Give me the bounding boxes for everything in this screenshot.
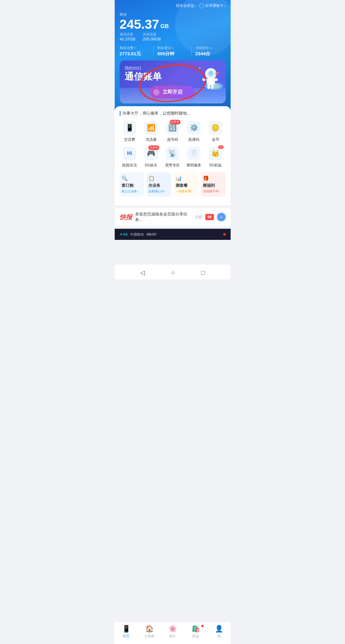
service-label-5gent: 5G娱乐 bbox=[145, 163, 157, 168]
order-title: 查订购 bbox=[121, 183, 134, 188]
talk-stat[interactable]: 剩余通话 > 600分钟 bbox=[157, 46, 188, 57]
service-icon-wrap-recharge: 📱 bbox=[122, 120, 137, 135]
number-badge: 话费券 bbox=[170, 120, 181, 124]
svg-rect-9 bbox=[211, 85, 214, 89]
biz-icon: 📋 bbox=[148, 175, 155, 181]
quick-actions: 🔍 查订购 查已订业务› 📋 办业务 业务随心办› 📊 测套餐 一键换套餐› 🎁… bbox=[120, 172, 226, 197]
talk-value: 600分钟 bbox=[157, 51, 188, 57]
other-traffic-value: 205.00GB bbox=[143, 37, 161, 41]
service-5g-ent[interactable]: 🎮 流量券 5G娱乐 bbox=[141, 146, 161, 168]
service-transparent[interactable]: 🦷 透明服务 bbox=[184, 146, 204, 168]
shake-sub: 活动摇不停› bbox=[203, 189, 219, 194]
news-text[interactable]: 恭喜您完成移友会页面分享任务... bbox=[135, 211, 192, 223]
ad-5g-badge: ✦ 5G bbox=[120, 232, 128, 236]
service-label-ctcode: 昌通码 bbox=[188, 137, 199, 142]
banner-year-text: 我的2021 bbox=[125, 65, 221, 71]
usage-section: 剩余 245.37 GB 通用流量 40.37GB 其他流量 205.00GB bbox=[120, 12, 226, 41]
service-label-transparent: 透明服务 bbox=[186, 163, 201, 168]
service-icon-wrap-traffic: 📶 bbox=[144, 120, 159, 135]
order-icon: 🔍 bbox=[121, 175, 128, 181]
ad-text: 0咪0咋 bbox=[146, 232, 157, 237]
news-section: 快报 恭喜您完成移友会页面分享任务... 之前 98 « bbox=[115, 208, 231, 226]
other-traffic-label: 其他流量 bbox=[143, 32, 161, 37]
service-icon-wrap-number: 🔢 话费券 bbox=[165, 120, 180, 135]
service-icon-wrap-coins: 🪙 bbox=[208, 120, 223, 135]
package-sub: 一键换套餐› bbox=[176, 189, 192, 194]
global-card-link[interactable]: 🌐 全球通银卡 › bbox=[199, 3, 226, 8]
globe-icon: 🌐 bbox=[199, 3, 204, 8]
news-arrow[interactable]: « bbox=[217, 213, 226, 221]
package-icon: 📊 bbox=[176, 175, 182, 181]
service-recharge[interactable]: 📱 交话费 bbox=[120, 120, 140, 142]
transparent-icon: 🦷 bbox=[187, 147, 201, 160]
remaining-label: 剩余 bbox=[120, 12, 226, 17]
header-section: 移友会权益 › 🌐 全球通银卡 › 剩余 245.37 GB 通用流量 40.3… bbox=[115, 0, 231, 111]
5gent-badge: 流量券 bbox=[148, 145, 159, 150]
balance-value: 2773.61元 bbox=[120, 51, 150, 57]
service-label-5gbene: 5G权益 bbox=[209, 163, 222, 168]
biz-button[interactable]: 📋 办业务 业务随心办› bbox=[147, 172, 171, 197]
services-header-text: 办事大厅，用心服务，让您随时随地... bbox=[122, 111, 190, 116]
service-icon-wrap-campus: Hi bbox=[122, 146, 137, 161]
service-5g-benefits[interactable]: 👑 5G 5G权益 bbox=[205, 146, 225, 168]
service-coins[interactable]: 🪙 金币 bbox=[205, 120, 225, 142]
stat-divider-2 bbox=[191, 46, 192, 57]
system-nav: ◁ ○ □ bbox=[115, 265, 231, 279]
banner-main-text: 通信账单 bbox=[125, 71, 221, 82]
services-header: 办事大厅，用心服务，让您随时随地... bbox=[120, 111, 226, 116]
service-number[interactable]: 🔢 话费券 选号码 bbox=[162, 120, 182, 142]
5gbene-badge: 5G bbox=[218, 145, 224, 149]
balance-stat[interactable]: 剩余话费 > 2773.61元 bbox=[120, 46, 150, 57]
friends-benefits-link[interactable]: 移友会权益 › bbox=[176, 3, 197, 8]
service-icon-wrap-ctcode: ⚙️ bbox=[186, 120, 201, 135]
order-sub: 查已订业务› bbox=[121, 189, 138, 194]
shake-button[interactable]: 🎁 摇福利 活动摇不停› bbox=[201, 172, 226, 197]
service-icon-wrap-5gbene: 👑 5G bbox=[208, 146, 223, 161]
ctcode-icon: ⚙️ bbox=[187, 121, 201, 135]
recharge-icon: 📱 bbox=[123, 121, 136, 135]
service-broadband[interactable]: 📡 宽带专区 bbox=[162, 146, 182, 168]
news-prev-label: 之前 bbox=[195, 215, 202, 220]
package-title: 测套餐 bbox=[176, 183, 188, 188]
traffic-icon: 📶 bbox=[144, 121, 158, 135]
shake-title: 摇福利 bbox=[203, 183, 215, 188]
talk-label: 剩余通话 > bbox=[157, 46, 188, 50]
data-breakdown: 通用流量 40.37GB 其他流量 205.00GB bbox=[120, 32, 226, 41]
general-traffic-value: 40.37GB bbox=[120, 37, 135, 41]
order-button[interactable]: 🔍 查订购 查已订业务› bbox=[120, 172, 144, 197]
biz-title: 办业务 bbox=[148, 183, 160, 188]
banner-wrapper: ✦ ✦ 我的2021 通信账单 立即开启 bbox=[120, 61, 226, 103]
ad-indicator bbox=[223, 233, 226, 236]
campus-icon: Hi bbox=[123, 147, 136, 160]
service-label-traffic: 充流量 bbox=[146, 137, 157, 142]
back-button[interactable]: ◁ bbox=[136, 268, 148, 278]
package-button[interactable]: 📊 测套餐 一键换套餐› bbox=[174, 172, 198, 197]
biz-sub: 业务随心办› bbox=[148, 189, 165, 194]
shake-icon: 🎁 bbox=[203, 175, 209, 181]
balance-label: 剩余话费 > bbox=[120, 46, 150, 50]
friends-benefits-text: 移友会权益 bbox=[176, 3, 194, 8]
services-grid: 📱 交话费 📶 充流量 🔢 话费券 选号码 ⚙️ 昌通码 🪙 bbox=[120, 120, 226, 168]
points-value: 2344分 bbox=[195, 51, 226, 57]
service-traffic[interactable]: 📶 充流量 bbox=[141, 120, 161, 142]
ad-brand: 中国移动 bbox=[130, 232, 144, 237]
broadband-icon: 📡 bbox=[166, 147, 179, 160]
stat-divider-1 bbox=[153, 46, 154, 57]
svg-rect-8 bbox=[207, 85, 210, 89]
service-ctcode[interactable]: ⚙️ 昌通码 bbox=[184, 120, 204, 142]
news-badge: 98 bbox=[205, 214, 214, 220]
home-button[interactable]: ○ bbox=[167, 268, 178, 278]
service-icon-wrap-broadband: 📡 bbox=[165, 146, 180, 161]
global-card-chevron: › bbox=[224, 4, 226, 8]
points-label: 当前积分 > bbox=[195, 46, 226, 50]
news-logo: 快报 bbox=[120, 213, 132, 221]
points-stat[interactable]: 当前积分 > 2344分 bbox=[195, 46, 226, 57]
other-traffic: 其他流量 205.00GB bbox=[143, 32, 161, 41]
banner-card: ✦ ✦ 我的2021 通信账单 立即开启 bbox=[120, 61, 226, 103]
launch-button[interactable]: 立即开启 bbox=[150, 86, 195, 98]
service-campus[interactable]: Hi 校园生活 bbox=[120, 146, 140, 168]
main-data: 245.37 GB bbox=[120, 18, 226, 31]
top-bar: 移友会权益 › 🌐 全球通银卡 › bbox=[120, 3, 226, 8]
service-label-campus: 校园生活 bbox=[122, 163, 137, 168]
recent-button[interactable]: □ bbox=[198, 268, 209, 278]
